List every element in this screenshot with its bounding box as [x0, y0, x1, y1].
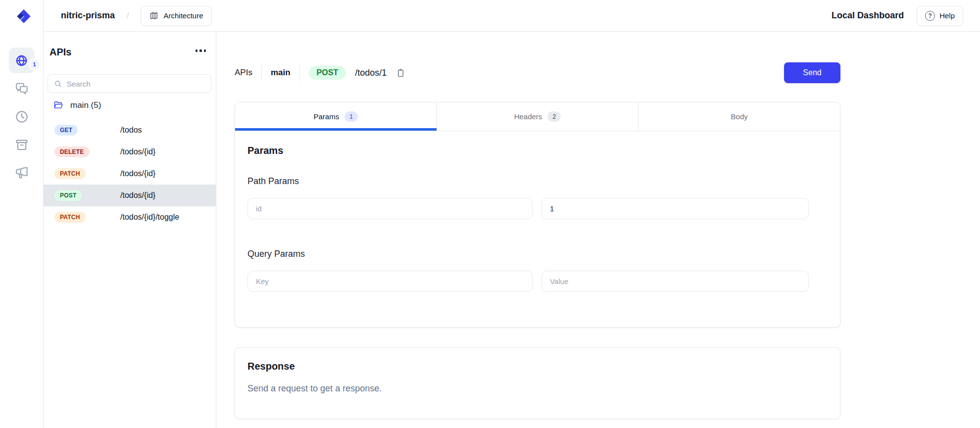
sidebar-item-schedules[interactable] — [9, 104, 35, 130]
nitric-local-dashboard: 1 — [0, 0, 980, 428]
path-param-key-input[interactable] — [247, 198, 533, 219]
project-name: nitric-prisma — [61, 10, 115, 21]
tab-body[interactable]: Body — [638, 102, 840, 131]
endpoint-row[interactable]: DELETE/todos/{id} — [44, 141, 216, 163]
tab-label: Params — [313, 112, 339, 121]
architecture-button[interactable]: Architecture — [141, 6, 211, 26]
dashboard-title: Local Dashboard — [832, 10, 904, 21]
endpoint-row[interactable]: PATCH/todos/{id}/toggle — [44, 206, 216, 228]
divider — [261, 64, 262, 81]
map-icon — [149, 11, 159, 21]
path-param-value-input[interactable] — [541, 198, 809, 219]
divider — [299, 64, 300, 81]
response-card: Response Send a request to get a respons… — [235, 347, 840, 419]
folder-icon — [52, 100, 64, 110]
request-breadcrumb: APIs main POST /todos/1 — [235, 62, 406, 83]
request-method-badge: POST — [309, 66, 346, 80]
response-heading: Response — [247, 361, 828, 372]
endpoint-row[interactable]: GET/todos — [44, 119, 216, 141]
help-button-label: Help — [939, 11, 955, 20]
apis-panel-title: APIs — [49, 47, 71, 58]
method-badge: GET — [54, 125, 78, 136]
sidebar-item-topics[interactable] — [9, 160, 35, 186]
breadcrumb-api-name: main — [271, 68, 291, 78]
globe-icon — [15, 54, 28, 67]
tab-count-badge: 2 — [547, 111, 561, 122]
apis-count-badge: 1 — [30, 59, 40, 69]
question-mark-icon: ? — [925, 11, 935, 21]
send-button[interactable]: Send — [784, 62, 840, 83]
path-params-heading: Path Params — [247, 176, 809, 187]
method-badge: POST — [54, 190, 82, 201]
architecture-button-label: Architecture — [163, 11, 203, 20]
archive-box-icon — [14, 138, 29, 152]
copy-path-button[interactable] — [395, 68, 406, 78]
clipboard-icon — [395, 68, 406, 78]
tab-label: Headers — [514, 112, 542, 121]
clock-icon — [14, 109, 29, 124]
method-badge: DELETE — [54, 146, 90, 157]
sidebar-item-storage[interactable] — [9, 132, 35, 158]
apis-panel: APIs main (5) GET/todosDELETE/todos/{id}… — [44, 32, 216, 428]
params-heading: Params — [247, 145, 809, 156]
sidebar-item-apis[interactable]: 1 — [9, 48, 35, 73]
request-card: Params1Headers2Body Params Path Params Q… — [235, 102, 840, 328]
chat-bubbles-icon — [14, 81, 29, 96]
method-badge: PATCH — [54, 168, 86, 179]
query-param-key-input[interactable] — [247, 271, 533, 292]
query-params-row — [247, 271, 809, 292]
sidebar-item-websockets[interactable] — [9, 76, 35, 101]
method-badge: PATCH — [54, 212, 86, 223]
tab-headers[interactable]: Headers2 — [437, 102, 639, 131]
icon-rail: 1 — [0, 0, 44, 428]
tab-label: Body — [731, 112, 748, 121]
search-input[interactable] — [67, 80, 205, 88]
search-box — [48, 74, 211, 93]
search-icon — [54, 80, 62, 88]
response-empty-message: Send a request to get a response. — [247, 383, 828, 394]
apis-panel-menu-button[interactable] — [196, 49, 206, 52]
api-group-label: main (5) — [70, 100, 101, 110]
request-tabbar: Params1Headers2Body — [235, 102, 840, 131]
endpoint-path: /todos — [120, 126, 142, 135]
breadcrumb-separator: / — [127, 11, 129, 20]
path-params-row — [247, 198, 809, 219]
breadcrumb-root: APIs — [235, 68, 252, 78]
endpoint-row[interactable]: POST/todos/{id} — [44, 185, 216, 206]
top-header: nitric-prisma / Architecture Local Dashb… — [44, 0, 980, 32]
endpoint-path: /todos/{id} — [120, 191, 155, 200]
endpoint-list: GET/todosDELETE/todos/{id}PATCH/todos/{i… — [44, 119, 216, 228]
query-param-value-input[interactable] — [541, 271, 809, 292]
request-path: /todos/1 — [355, 68, 387, 78]
endpoint-path: /todos/{id}/toggle — [120, 213, 179, 222]
tab-params[interactable]: Params1 — [235, 102, 437, 131]
tab-count-badge: 1 — [344, 111, 358, 122]
endpoint-path: /todos/{id} — [120, 169, 155, 178]
help-button[interactable]: ? Help — [917, 6, 963, 26]
nitric-logo[interactable] — [13, 6, 35, 28]
megaphone-icon — [14, 166, 29, 181]
ellipsis-icon — [196, 49, 198, 52]
api-group-main[interactable]: main (5) — [52, 100, 101, 110]
endpoint-row[interactable]: PATCH/todos/{id} — [44, 163, 216, 185]
main-content: APIs main POST /todos/1 Send Params1Head… — [216, 32, 980, 428]
query-params-heading: Query Params — [247, 249, 809, 259]
endpoint-path: /todos/{id} — [120, 147, 155, 156]
